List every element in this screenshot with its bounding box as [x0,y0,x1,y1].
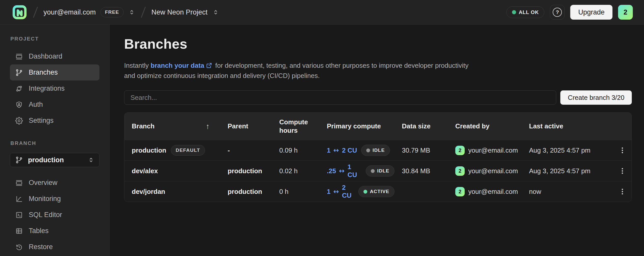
compute-hours-cell: 0.02 h [272,167,319,175]
plan-badge: FREE [100,7,124,17]
main-content: Branches Instantly branch your data for … [110,25,644,256]
org-switcher[interactable]: your@email.com FREE [43,7,135,17]
status-label: ALL OK [519,9,539,15]
selected-branch: production [28,156,82,164]
status-dot-icon [512,10,516,14]
question-mark-icon: ? [553,8,562,17]
sql-terminal-icon [15,211,23,219]
git-branch-icon [15,69,23,76]
sidebar: PROJECT Dashboard Branches Integrations … [0,25,110,256]
status-dot-icon [371,169,375,173]
created-by-email: your@email.com [468,146,518,154]
monitoring-chart-icon [15,195,23,203]
branches-table: Branch ↑ Parent Compute hours Primary co… [124,112,632,202]
sidebar-item-label: Integrations [29,85,65,92]
sidebar-item-monitoring[interactable]: Monitoring [10,191,99,207]
sidebar-item-sql-editor[interactable]: SQL Editor [10,207,99,223]
create-branch-button[interactable]: Create branch 3/20 [560,90,632,105]
table-body: production DEFAULT - 0.09 h 1 2 CU IDLE … [124,140,632,202]
branch-name[interactable]: production [132,146,166,154]
sidebar-item-restore[interactable]: Restore [10,239,99,255]
sidebar-item-integrations[interactable]: Integrations [10,80,99,97]
column-header-compute-hours[interactable]: Compute hours [272,118,319,135]
column-header-last-active[interactable]: Last active [522,122,609,130]
notification-count-badge[interactable]: 2 [618,5,633,20]
sidebar-item-auth[interactable]: Auth [10,97,99,113]
default-badge: DEFAULT [171,145,205,156]
branch-your-data-link[interactable]: branch your data [151,62,204,69]
search-input[interactable] [124,90,556,105]
last-active-cell: now [522,188,609,196]
overview-icon [15,179,23,187]
table-row: dev/jordan production 0 h 1 2 CU ACTIVE … [124,181,632,202]
chevron-up-down-icon [87,156,95,164]
restore-history-icon [15,243,23,251]
autoscale-arrows-icon [333,147,340,154]
page-description: Instantly branch your data for developme… [124,61,473,80]
sidebar-item-tables[interactable]: Tables [10,223,99,239]
data-size-cell: 30.84 MB [394,167,448,175]
integrations-icon [15,85,23,92]
last-active-cell: Aug 3, 2025 4:57 pm [522,146,609,154]
sidebar-item-label: Monitoring [29,195,61,203]
avatar: 2 [455,146,465,155]
parent-cell: production [220,167,272,175]
created-by-email: your@email.com [468,188,518,196]
branch-section-label: BRANCH [10,140,99,146]
compute-size-link[interactable]: 1 2 CU [327,184,354,199]
neon-logo-icon[interactable] [12,4,27,20]
column-header-data-size[interactable]: Data size [394,122,448,130]
description-prefix: Instantly [124,62,151,69]
org-name: your@email.com [43,8,96,16]
status-badge: ACTIVE [358,186,394,197]
last-active-cell: Aug 3, 2025 4:57 pm [522,167,609,175]
column-header-created-by[interactable]: Created by [448,122,522,130]
status-badge: IDLE [361,145,390,156]
external-link-icon [206,62,212,71]
sidebar-item-branches[interactable]: Branches [10,64,99,80]
sidebar-item-label: Auth [29,101,43,109]
table-row: dev/alex production 0.02 h .25 1 CU IDLE… [124,160,632,181]
status-dot-icon [363,190,367,194]
topbar: your@email.com FREE New Neon Project ALL… [0,0,644,25]
gear-icon [15,117,23,125]
branch-name[interactable]: dev/alex [132,167,158,175]
column-header-parent[interactable]: Parent [220,122,272,130]
created-by-email: your@email.com [468,167,518,175]
table-header: Branch ↑ Parent Compute hours Primary co… [124,113,632,140]
compute-size-link[interactable]: .25 1 CU [327,163,362,179]
upgrade-button[interactable]: Upgrade [570,5,612,20]
column-header-branch[interactable]: Branch [132,122,155,130]
row-menu-button[interactable] [615,143,630,158]
page-title: Branches [124,36,632,52]
branch-selector[interactable]: production [10,153,99,167]
status-badge: IDLE [366,165,394,177]
sidebar-item-label: Settings [29,117,54,125]
status-indicator[interactable]: ALL OK [506,6,545,18]
branch-name[interactable]: dev/jordan [132,188,165,196]
compute-hours-cell: 0 h [272,188,319,196]
compute-size-link[interactable]: 1 2 CU [327,146,357,154]
avatar: 2 [455,166,465,176]
sidebar-item-label: Overview [29,179,57,187]
tables-grid-icon [15,227,23,235]
avatar: 2 [455,187,465,196]
sort-arrow-icon[interactable]: ↑ [206,122,210,130]
git-branch-icon [15,156,23,164]
breadcrumb-divider [33,7,38,18]
sidebar-item-overview[interactable]: Overview [10,175,99,191]
parent-cell: - [220,146,272,154]
row-menu-button[interactable] [615,163,630,179]
chevron-up-down-icon[interactable] [212,9,219,16]
help-button[interactable]: ? [550,5,565,20]
chevron-up-down-icon[interactable] [128,9,135,16]
row-menu-button[interactable] [615,184,630,199]
breadcrumb-divider [141,7,146,18]
sidebar-item-label: Dashboard [29,52,62,60]
dashboard-icon [15,53,23,60]
sidebar-item-dashboard[interactable]: Dashboard [10,48,99,64]
sidebar-item-settings[interactable]: Settings [10,113,99,129]
project-name: New Neon Project [151,8,208,16]
project-switcher[interactable]: New Neon Project [151,8,219,16]
column-header-primary-compute[interactable]: Primary compute [319,122,394,130]
